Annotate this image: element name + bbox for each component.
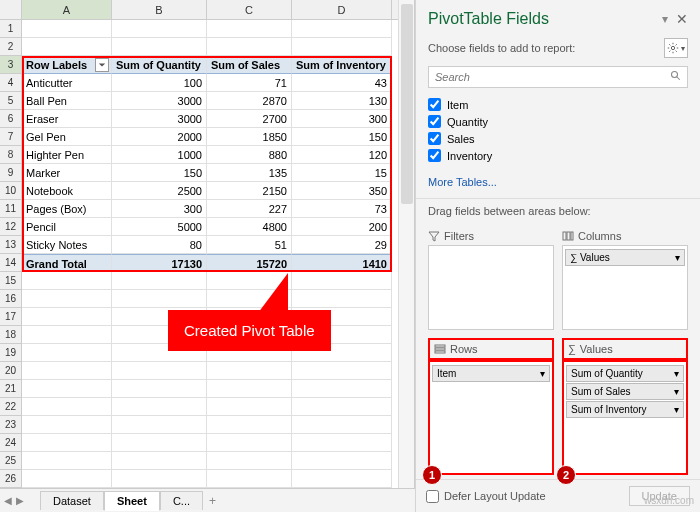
spreadsheet-area: A B C D 1 2 3 Row Labels Sum of Quantity… — [0, 0, 415, 512]
field-checkbox[interactable] — [428, 98, 441, 111]
pane-title: PivotTable Fields — [428, 10, 549, 28]
field-inventory[interactable]: Inventory — [428, 147, 688, 164]
sigma-icon: ∑ — [568, 343, 576, 355]
svg-point-1 — [672, 72, 678, 78]
close-icon[interactable]: ✕ — [676, 11, 688, 27]
more-tables-link[interactable]: More Tables... — [416, 170, 700, 194]
svg-point-0 — [671, 46, 674, 49]
filters-drop-area[interactable] — [428, 245, 554, 330]
gear-button[interactable]: ▾ — [664, 38, 688, 58]
add-sheet-button[interactable]: + — [203, 491, 222, 511]
value-pill[interactable]: Sum of Inventory▾ — [566, 401, 684, 418]
grid-body[interactable]: 1 2 3 Row Labels Sum of Quantity Sum of … — [0, 20, 414, 506]
defer-layout-checkbox[interactable]: Defer Layout Update — [426, 490, 546, 503]
sheet-tabs-bar: ◀▶ Dataset Sheet C... + — [0, 488, 415, 512]
filters-area-header: Filters — [428, 227, 554, 245]
chevron-down-icon[interactable]: ▾ — [662, 12, 668, 26]
pivot-col-header[interactable]: Sum of Quantity — [112, 56, 207, 74]
sheet-tab-dataset[interactable]: Dataset — [40, 491, 104, 510]
svg-rect-6 — [435, 345, 445, 347]
filter-icon — [428, 230, 440, 242]
rows-icon — [434, 343, 446, 355]
field-checkbox[interactable] — [428, 149, 441, 162]
values-drop-area[interactable]: Sum of Quantity▾ Sum of Sales▾ Sum of In… — [562, 360, 688, 475]
column-headers: A B C D — [0, 0, 414, 20]
annotation-badge-2: 2 — [556, 465, 576, 485]
annotation-badge-1: 1 — [422, 465, 442, 485]
svg-rect-7 — [435, 348, 445, 350]
annotation-callout-pointer — [258, 273, 288, 313]
row-labels-filter-button[interactable] — [95, 58, 109, 72]
col-header-d[interactable]: D — [292, 0, 392, 19]
columns-drop-area[interactable]: ∑ Values▾ — [562, 245, 688, 330]
field-quantity[interactable]: Quantity — [428, 113, 688, 130]
pivot-row-labels-header[interactable]: Row Labels — [22, 56, 112, 74]
columns-icon — [562, 230, 574, 242]
sheet-tab-sheet[interactable]: Sheet — [104, 491, 160, 511]
field-checkbox[interactable] — [428, 132, 441, 145]
field-list: Item Quantity Sales Inventory — [416, 96, 700, 170]
field-sales[interactable]: Sales — [428, 130, 688, 147]
tab-nav-arrows[interactable]: ◀▶ — [4, 495, 24, 506]
value-pill[interactable]: Sum of Sales▾ — [566, 383, 684, 400]
annotation-callout: Created Pivot Table — [168, 310, 331, 351]
column-pill-values[interactable]: ∑ Values▾ — [565, 249, 685, 266]
pivot-col-header[interactable]: Sum of Inventory — [292, 56, 392, 74]
svg-rect-4 — [567, 232, 570, 240]
drag-instruction: Drag fields between areas below: — [416, 198, 700, 223]
select-all-corner[interactable] — [0, 0, 22, 19]
pane-subtitle: Choose fields to add to report: — [428, 42, 575, 54]
search-icon — [670, 70, 682, 85]
watermark: wsxdn.com — [644, 495, 694, 506]
gear-icon — [667, 42, 679, 54]
row-pill-item[interactable]: Item▾ — [432, 365, 550, 382]
columns-area-header: Columns — [562, 227, 688, 245]
svg-rect-5 — [571, 232, 573, 240]
field-item[interactable]: Item — [428, 96, 688, 113]
rows-area-header: Rows — [428, 338, 554, 360]
vertical-scrollbar[interactable] — [398, 0, 414, 488]
values-area-header: ∑ Values — [562, 338, 688, 360]
col-header-a[interactable]: A — [22, 0, 112, 19]
svg-line-2 — [677, 77, 680, 80]
col-header-c[interactable]: C — [207, 0, 292, 19]
pivot-col-header[interactable]: Sum of Sales — [207, 56, 292, 74]
svg-rect-8 — [435, 351, 445, 353]
sheet-tab-truncated[interactable]: C... — [160, 491, 203, 510]
areas-grid: Filters Columns ∑ Values▾ Rows — [416, 223, 700, 479]
col-header-b[interactable]: B — [112, 0, 207, 19]
pivot-fields-pane: PivotTable Fields ▾ ✕ Choose fields to a… — [415, 0, 700, 512]
svg-rect-3 — [563, 232, 566, 240]
search-input[interactable] — [428, 66, 688, 88]
value-pill[interactable]: Sum of Quantity▾ — [566, 365, 684, 382]
rows-drop-area[interactable]: Item▾ — [428, 360, 554, 475]
field-checkbox[interactable] — [428, 115, 441, 128]
